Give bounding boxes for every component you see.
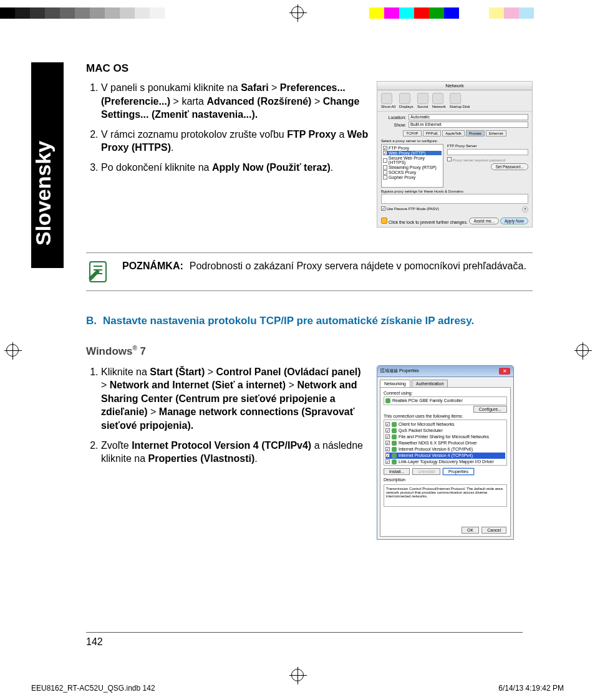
mac-tab[interactable]: PPPoE [423,130,441,137]
text: > [148,406,159,417]
note-block: POZNÁMKA:Podrobnosti o zakázaní Proxy se… [86,252,533,291]
toolbar-label: Sound [417,105,428,108]
footer-file: EEU8162_RT-AC52U_QSG.indb 142 [31,684,155,693]
registration-mark-icon [291,669,304,681]
text: Web Proxy (HTTP) [389,151,425,155]
color-swatch [459,7,474,19]
mac-tab[interactable]: TCP/IP [403,130,421,137]
mac-step-3: Po dokončení kliknite na Apply Now (Použ… [101,161,369,175]
checkbox[interactable]: ✓ [385,459,390,464]
toolbar-icon[interactable] [399,93,410,104]
connection-item[interactable]: ✓Link-Layer Topology Discovery Responder [385,465,505,466]
adapter-name: Realtek PCIe GBE Family Controller [392,398,463,403]
color-swatch [180,7,195,19]
text: Proxy server requires password [453,158,505,162]
color-swatch [45,7,60,19]
color-swatch [135,7,150,19]
text: Windows [86,345,132,357]
connection-item[interactable]: ✓File and Printer Sharing for Microsoft … [385,434,505,440]
registration-mark-icon [291,6,304,19]
text: FTP Proxy [389,146,409,150]
toolbar-icon[interactable] [381,93,392,104]
tab-networking[interactable]: Networking [380,380,410,387]
color-swatch [165,7,180,19]
color-swatch [399,7,414,19]
checkbox[interactable]: ✓ [385,434,390,439]
configure-button[interactable]: Configure... [473,406,507,413]
connection-items-list[interactable]: ✓Client for Microsoft Networks✓QoS Packe… [384,420,507,466]
protocol-item[interactable]: ✓FTP Proxy [383,146,442,150]
cancel-button[interactable]: Cancel [481,527,506,534]
text: Control Panel (Ovládací panel) [216,367,361,377]
text: ® [132,345,137,352]
pw-checkbox[interactable] [447,157,452,161]
color-swatch [384,7,399,19]
mac-step-1: V paneli s ponukami kliknite na Safari >… [101,81,369,122]
text: Client for Microsoft Networks [399,422,454,426]
connection-item[interactable]: ✓Internet Protocol Version 6 (TCP/IPv6) [385,446,505,453]
item-icon [392,428,397,433]
toolbar-label: Network [432,105,446,108]
connection-item[interactable]: ✓Rawether NDIS 6.X SPR Protocol Driver [385,440,505,446]
protocol-item[interactable]: Streaming Proxy (RTSP) [383,165,442,170]
text: Secure Web Proxy (HTTPS) [389,156,442,165]
protocol-item[interactable]: ✓Web Proxy (HTTP) [383,151,442,155]
page-number: 142 [86,632,523,648]
help-icon[interactable]: ? [522,206,528,213]
bypass-field[interactable] [381,194,528,204]
toolbar-icon[interactable] [432,93,443,104]
checkbox[interactable]: ✓ [385,441,390,445]
note-icon [86,259,111,284]
set-password-button[interactable]: Set Password... [491,163,528,170]
checkbox[interactable] [383,175,387,180]
checkbox[interactable]: ✓ [383,151,387,155]
show-select[interactable]: Built-in Ethernet [409,122,528,128]
checkbox[interactable] [383,165,387,170]
color-swatch [0,7,15,19]
mac-tab[interactable]: Proxies [466,130,485,137]
color-swatch [429,7,444,19]
text: > [311,96,322,107]
connection-item[interactable]: ✓Internet Protocol Version 4 (TCP/IPv4) [385,453,505,459]
text: Network and Internet (Sieť a internet) [110,380,286,390]
window-title: Network [377,82,532,90]
tab-authentication[interactable]: Authentication [412,380,448,387]
color-swatch [489,7,504,19]
checkbox[interactable] [383,158,387,163]
install-button[interactable]: Install... [384,468,410,475]
toolbar-icon[interactable] [450,93,461,104]
protocol-item[interactable]: Gopher Proxy [383,175,442,180]
assist-me-button[interactable]: Assist me... [469,218,499,224]
text: FTP Proxy [287,129,336,140]
passive-ftp-checkbox[interactable]: ✓ [381,206,385,211]
properties-button[interactable]: Properties [443,468,474,475]
checkbox[interactable]: ✓ [385,447,390,451]
uninstall-button[interactable]: Uninstall [412,468,440,475]
location-select[interactable]: Automatic [409,114,528,120]
item-icon [392,453,397,458]
checkbox[interactable]: ✓ [385,422,390,426]
lock-icon[interactable] [381,218,387,224]
items-label: This connection uses the following items… [384,414,507,418]
close-icon[interactable]: ✕ [499,368,510,375]
mac-tab[interactable]: AppleTalk [442,130,465,137]
description-label: Description [384,477,507,482]
protocol-item[interactable]: Secure Web Proxy (HTTPS) [383,156,442,165]
checkbox[interactable]: ✓ [385,428,390,433]
checkbox[interactable]: ✓ [383,146,387,150]
text: Streaming Proxy (RTSP) [389,165,437,170]
text: SOCKS Proxy [389,170,416,175]
item-icon [392,459,397,464]
checkbox[interactable] [383,170,387,175]
toolbar-icon[interactable] [417,93,428,104]
protocol-list[interactable]: ✓FTP Proxy✓Web Proxy (HTTP)Secure Web Pr… [381,144,443,188]
mac-tab[interactable]: Ethernet [486,130,506,137]
ok-button[interactable]: OK [462,527,479,534]
protocol-item[interactable]: SOCKS Proxy [383,170,442,175]
proxy-address-field[interactable] [447,149,528,155]
checkbox[interactable]: ✓ [385,453,390,458]
connection-item[interactable]: ✓QoS Packet Scheduler [385,428,505,434]
connection-item[interactable]: ✓Client for Microsoft Networks [385,421,505,428]
connection-item[interactable]: ✓Link-Layer Topology Discovery Mapper I/… [385,459,505,465]
apply-now-button[interactable]: Apply Now [500,218,528,224]
